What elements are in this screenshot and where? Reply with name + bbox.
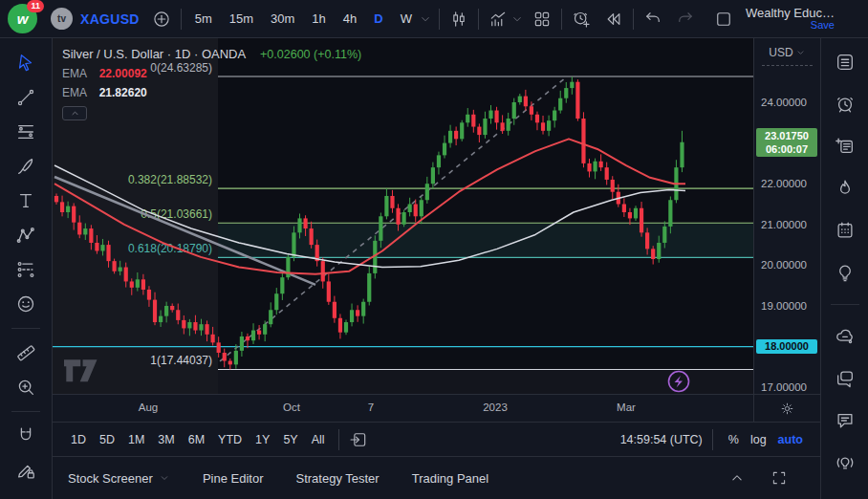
- cursor-tool-button[interactable]: [11, 49, 40, 77]
- calendar-tool-button[interactable]: [831, 216, 859, 245]
- time-tick-label: Oct: [283, 401, 300, 413]
- price-chart-pane[interactable]: 0(24.63285)0.382(21.88532)0.5(21.03661)0…: [53, 38, 753, 394]
- expand-panel-chevron-up-icon[interactable]: [725, 466, 749, 490]
- messages-icon: [835, 410, 856, 431]
- range-1y-button[interactable]: 1Y: [249, 430, 276, 449]
- add-symbol-button[interactable]: [149, 7, 174, 32]
- footer-tab-label: Pine Editor: [203, 471, 264, 486]
- footer-tab-trading-panel[interactable]: Trading Panel: [412, 471, 488, 486]
- toolbar-divider: [633, 9, 634, 30]
- fib-level-label: 0.5(21.03661): [141, 207, 212, 221]
- symbol-search-button[interactable]: XAGUSD: [80, 11, 140, 27]
- create-alert-button[interactable]: [569, 7, 594, 32]
- timeframe-4h-button[interactable]: 4h: [336, 9, 363, 29]
- range-all-button[interactable]: All: [305, 430, 332, 449]
- go-to-date-button[interactable]: [346, 427, 371, 452]
- save-layout-button[interactable]: [711, 7, 736, 32]
- hotlists-tool-button[interactable]: [831, 174, 859, 203]
- footer-panel-tabs: Stock ScreenerPine EditorStrategy Tester…: [53, 456, 820, 499]
- brush-tool-button[interactable]: [11, 152, 40, 181]
- xabcd-pattern-tool-button[interactable]: [11, 221, 40, 250]
- lock-edit-tool-button[interactable]: [11, 456, 40, 485]
- app-logo[interactable]: w 11: [8, 4, 37, 33]
- timeframe-5m-button[interactable]: 5m: [188, 9, 219, 29]
- layout-name-block[interactable]: Wealthy Educ… Save: [746, 7, 835, 32]
- footer-tab-pine-editor[interactable]: Pine Editor: [203, 471, 264, 486]
- chevron-down-icon: [159, 472, 170, 484]
- redo-icon: [676, 10, 695, 29]
- trend-line-tool-button[interactable]: [11, 83, 40, 112]
- collapse-legend-button[interactable]: [62, 106, 87, 120]
- fib-retracement-tool-button[interactable]: [11, 118, 40, 146]
- range-6m-button[interactable]: 6M: [182, 430, 211, 449]
- chevron-up-icon: [69, 108, 80, 119]
- forecast-tool-button[interactable]: [11, 255, 40, 284]
- chat-tool-button[interactable]: [831, 364, 859, 393]
- alerts-icon: [835, 94, 856, 115]
- bar-countdown: 06:00:07: [756, 142, 817, 156]
- save-square-icon: [714, 10, 733, 29]
- candle-style-button[interactable]: [446, 7, 471, 32]
- rail-divider: [11, 411, 40, 412]
- lock-edit-icon: [15, 460, 36, 481]
- ruler-tool-button[interactable]: [11, 338, 40, 367]
- range-5d-button[interactable]: 5D: [93, 430, 121, 449]
- indicators-button[interactable]: [486, 7, 510, 32]
- magnet-icon: [15, 425, 36, 446]
- bar-replay-button[interactable]: [601, 7, 626, 32]
- range-ytd-button[interactable]: YTD: [211, 430, 249, 449]
- redo-button[interactable]: [673, 7, 698, 32]
- timeframe-15m-button[interactable]: 15m: [223, 9, 260, 29]
- news-tool-button[interactable]: [831, 132, 859, 161]
- watchlist-tool-button[interactable]: [831, 48, 859, 76]
- timeframe-1h-button[interactable]: 1h: [305, 9, 332, 29]
- timeframe-d-button[interactable]: D: [367, 9, 389, 29]
- forecast-icon: [15, 259, 36, 280]
- ideas-tool-button[interactable]: [831, 258, 859, 287]
- currency-label: USD: [769, 46, 792, 59]
- log-scale-button[interactable]: log: [745, 430, 772, 449]
- range-5y-button[interactable]: 5Y: [276, 430, 304, 449]
- minds-icon: [835, 326, 856, 347]
- axis-dashed-divider: [762, 65, 813, 66]
- tradingview-avatar-icon[interactable]: tv: [51, 8, 73, 30]
- time-tick-label: Aug: [139, 401, 158, 413]
- zoom-in-tool-button[interactable]: [11, 373, 40, 401]
- brush-icon: [15, 156, 36, 177]
- magnet-tool-button[interactable]: [11, 422, 40, 450]
- news-icon: [835, 136, 856, 157]
- range-3m-button[interactable]: 3M: [151, 430, 181, 449]
- footer-tab-strategy-tester[interactable]: Strategy Tester: [295, 471, 379, 486]
- price-axis[interactable]: USD 23.01750 06:00:07 18.00000 24.000002…: [753, 38, 820, 394]
- timeframe-chevron-down-icon[interactable]: [419, 12, 432, 26]
- time-axis[interactable]: AugOct72023Mar: [53, 394, 753, 422]
- layout-grid-button[interactable]: [530, 7, 554, 32]
- indicators-chevron-down-icon[interactable]: [510, 12, 524, 26]
- fullscreen-icon[interactable]: [767, 466, 792, 490]
- save-link[interactable]: Save: [746, 19, 835, 32]
- session-clock[interactable]: 14:59:54 (UTC): [620, 433, 703, 446]
- price-tick-label: 19.00000: [761, 300, 807, 312]
- auto-scale-button[interactable]: auto: [772, 430, 809, 449]
- chevron-down-icon: [510, 10, 524, 29]
- footer-tab-stock-screener[interactable]: Stock Screener: [68, 471, 170, 486]
- text-tool-button[interactable]: [11, 186, 40, 215]
- messages-tool-button[interactable]: [831, 406, 859, 435]
- streams-tool-button[interactable]: [831, 448, 859, 477]
- emoji-tool-button[interactable]: [11, 290, 40, 318]
- gear-icon: [779, 401, 795, 417]
- range-1m-button[interactable]: 1M: [121, 430, 151, 449]
- percent-scale-button[interactable]: %: [723, 430, 745, 449]
- axis-settings-cell[interactable]: [753, 394, 820, 422]
- minds-tool-button[interactable]: [831, 322, 859, 351]
- alerts-tool-button[interactable]: [831, 90, 859, 119]
- price-tick-label: 21.00000: [761, 219, 807, 230]
- timeframe-w-button[interactable]: W: [394, 9, 419, 29]
- undo-button[interactable]: [640, 7, 665, 32]
- footer-tab-label: Trading Panel: [412, 471, 488, 486]
- currency-selector[interactable]: USD: [754, 46, 820, 59]
- fib-level-label: 0.382(21.88532): [128, 173, 212, 186]
- range-1d-button[interactable]: 1D: [64, 430, 93, 449]
- footer-tab-label: Stock Screener: [68, 471, 153, 486]
- timeframe-30m-button[interactable]: 30m: [264, 9, 301, 29]
